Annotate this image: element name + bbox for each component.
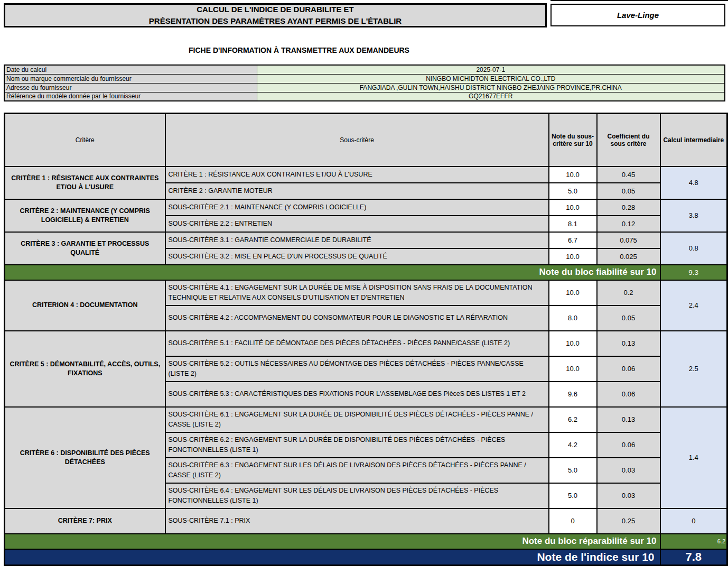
- calcul-intermediaire-cell: 1.4: [660, 407, 727, 508]
- note-cell: 10.0: [549, 356, 597, 382]
- critere-cell: CRITÈRE 1 : RÉSISTANCE AUX CONTRAINTES E…: [5, 166, 165, 199]
- column-header-coefficient: Coefficient du sous critère: [597, 114, 660, 166]
- table-header-row: Critère Sous-critère Note du sous-critèr…: [5, 114, 727, 166]
- total-score-value: 7.8: [660, 549, 727, 566]
- sous-critere-cell: SOUS-CRITÈRE 5.1 : FACILITÉ DE DÉMONTAGE…: [165, 331, 549, 356]
- document-title: CALCUL DE L'INDICE DE DURABILITE ET PRÉS…: [4, 3, 547, 27]
- sous-critere-cell: SOUS-CRITÈRE 6.4 : ENGAGEMENT SUR LES DÉ…: [165, 483, 549, 508]
- info-label-supplier-name: Nom ou marque commerciale du fournisseur: [4, 74, 257, 83]
- note-cell: 9.6: [549, 382, 597, 407]
- coefficient-cell: 0.025: [597, 248, 660, 265]
- critere-cell: CRITÈRE 2 : MAINTENANCE (Y COMPRIS LOGIC…: [5, 199, 165, 232]
- sous-critere-cell: SOUS-CRITÈRE 6.3 : ENGAGEMENT SUR LES DÉ…: [165, 458, 549, 483]
- sous-critere-cell: SOUS-CRITÈRE 6.2 : ENGAGEMENT SUR LA DUR…: [165, 432, 549, 458]
- column-header-note: Note du sous-critère sur 10: [549, 114, 597, 166]
- calcul-intermediaire-cell: 0.8: [660, 232, 727, 265]
- info-value-model-reference: GQ21677EFFR: [257, 92, 725, 101]
- table-row: CRITÈRE 7: PRIXSOUS-CRITÈRE 7.1 : PRIX00…: [5, 508, 727, 534]
- table-row: Date du calcul 2025-07-1: [4, 65, 725, 74]
- criteria-table: Critère Sous-critère Note du sous-critèr…: [4, 113, 728, 566]
- column-header-sous-critere: Sous-critère: [165, 114, 549, 166]
- durability-index-sheet: CALCUL DE L'INDICE DE DURABILITE ET PRÉS…: [0, 0, 728, 583]
- product-type-box: Lave-Linge: [550, 4, 725, 26]
- table-row: CRITÈRE 2 : MAINTENANCE (Y COMPRIS LOGIC…: [5, 199, 727, 216]
- top-right-rule: [550, 0, 728, 1]
- calcul-intermediaire-cell: 0: [660, 508, 727, 534]
- coefficient-cell: 0.2: [597, 280, 660, 306]
- sous-critere-cell: SOUS-CRITÈRE 2.1 : MAINTENANCE (Y COMPRI…: [165, 199, 549, 216]
- calcul-intermediaire-cell: 4.8: [660, 166, 727, 199]
- note-cell: 5.0: [549, 183, 597, 199]
- total-score-row: Note de l'indice sur 107.8: [5, 549, 727, 566]
- note-cell: 8.1: [549, 216, 597, 232]
- sous-critere-cell: SOUS-CRITÈRE 5.3 : CARACTÉRISTIQUES DES …: [165, 382, 549, 407]
- table-row: CRITÈRE 1 : RÉSISTANCE AUX CONTRAINTES E…: [5, 166, 727, 183]
- note-cell: 10.0: [549, 199, 597, 216]
- coefficient-cell: 0.075: [597, 232, 660, 248]
- document-title-line1: CALCUL DE L'INDICE DE DURABILITE ET: [197, 4, 353, 15]
- info-label-supplier-address: Adresse du fournisseur: [4, 83, 257, 92]
- sous-critere-cell: SOUS-CRITÈRE 5.2 : OUTILS NÉCESSAIRES AU…: [165, 356, 549, 382]
- score-band-value: 6.2: [660, 534, 727, 549]
- note-cell: 5.0: [549, 483, 597, 508]
- coefficient-cell: 0.05: [597, 183, 660, 199]
- critere-cell: CRITÈRE 3 : GARANTIE ET PROCESSUS QUALIT…: [5, 232, 165, 265]
- critere-cell: CRITÈRE 6 : DISPONIBILITÉ DES PIÈCES DÉT…: [5, 407, 165, 508]
- sous-critere-cell: CRITÈRE 2 : GARANTIE MOTEUR: [165, 183, 549, 199]
- critere-cell: CRITERION 4 : DOCUMENTATION: [5, 280, 165, 331]
- sous-critere-cell: SOUS-CRITÈRE 3.1 : GARANTIE COMMERCIALE …: [165, 232, 549, 248]
- product-type-label: Lave-Linge: [617, 11, 659, 20]
- note-cell: 6.2: [549, 407, 597, 432]
- critere-cell: CRITÈRE 7: PRIX: [5, 508, 165, 534]
- column-header-calcul: Calcul intermediaire: [660, 114, 727, 166]
- note-cell: 8.0: [549, 306, 597, 331]
- table-row: Adresse du fournisseur FANGJIADA ,GULIN …: [4, 83, 725, 92]
- coefficient-cell: 0.03: [597, 483, 660, 508]
- coefficient-cell: 0.28: [597, 199, 660, 216]
- coefficient-cell: 0.06: [597, 382, 660, 407]
- sous-critere-cell: SOUS-CRITÈRE 3.2 : MISE EN PLACE D'UN PR…: [165, 248, 549, 265]
- main-table-body: CRITÈRE 1 : RÉSISTANCE AUX CONTRAINTES E…: [5, 166, 727, 566]
- note-cell: 10.0: [549, 280, 597, 306]
- score-band-reparabilite: Note du bloc réparabilité sur 106.2: [5, 534, 727, 549]
- sous-critere-cell: SOUS-CRITÈRE 2.2 : ENTRETIEN: [165, 216, 549, 232]
- calcul-intermediaire-cell: 2.4: [660, 280, 727, 331]
- note-cell: 10.0: [549, 331, 597, 356]
- table-row: Nom ou marque commerciale du fournisseur…: [4, 74, 725, 83]
- coefficient-cell: 0.45: [597, 166, 660, 183]
- sous-critere-cell: SOUS-CRITÈRE 6.1 : ENGAGEMENT SUR LA DUR…: [165, 407, 549, 432]
- info-value-date: 2025-07-1: [257, 65, 725, 74]
- sous-critere-cell: SOUS-CRITÈRE 4.2 : ACCOMPAGNEMENT DU CON…: [165, 306, 549, 331]
- score-band-label: Note du bloc fiabilité sur 10: [5, 265, 660, 280]
- calcul-intermediaire-cell: 2.5: [660, 331, 727, 407]
- table-row: CRITÈRE 3 : GARANTIE ET PROCESSUS QUALIT…: [5, 232, 727, 248]
- coefficient-cell: 0.13: [597, 407, 660, 432]
- coefficient-cell: 0.25: [597, 508, 660, 534]
- info-value-supplier-name: NINGBO MICHIDTON ELECTRICAL CO.,LTD: [257, 74, 725, 83]
- critere-cell: CRITÈRE 5 : DÉMONTABILITÉ, ACCÈS, OUTILS…: [5, 331, 165, 407]
- info-value-supplier-address: FANGJIADA ,GULIN TOWN,HAISHU DISTRICT NI…: [257, 83, 725, 92]
- note-cell: 0: [549, 508, 597, 534]
- table-row: CRITÈRE 5 : DÉMONTABILITÉ, ACCÈS, OUTILS…: [5, 331, 727, 356]
- note-cell: 4.2: [549, 432, 597, 458]
- total-score-label: Note de l'indice sur 10: [5, 549, 660, 566]
- sheet-subtitle: FICHE D'INFORMATION À TRANSMETTRE AUX DE…: [0, 46, 598, 54]
- note-cell: 5.0: [549, 458, 597, 483]
- table-row: Référence du modèle donnée par le fourni…: [4, 92, 725, 101]
- supplier-info-table: Date du calcul 2025-07-1 Nom ou marque c…: [4, 64, 725, 101]
- score-band-value: 9.3: [660, 265, 727, 280]
- table-row: CRITÈRE 6 : DISPONIBILITÉ DES PIÈCES DÉT…: [5, 407, 727, 432]
- column-header-critere: Critère: [5, 114, 165, 166]
- sous-critere-cell: CRITÈRE 1 : RÉSISTANCE AUX CONTRAINTES E…: [165, 166, 549, 183]
- document-title-line2: PRÉSENTATION DES PARAMÈTRES AYANT PERMIS…: [149, 15, 402, 27]
- note-cell: 10.0: [549, 166, 597, 183]
- note-cell: 6.7: [549, 232, 597, 248]
- coefficient-cell: 0.12: [597, 216, 660, 232]
- note-cell: 10.0: [549, 248, 597, 265]
- score-band-fiabilite: Note du bloc fiabilité sur 109.3: [5, 265, 727, 280]
- info-label-model-reference: Référence du modèle donnée par le fourni…: [4, 92, 257, 101]
- calcul-intermediaire-cell: 3.8: [660, 199, 727, 232]
- coefficient-cell: 0.13: [597, 331, 660, 356]
- table-row: CRITERION 4 : DOCUMENTATIONSOUS-CRITÈRE …: [5, 280, 727, 306]
- sous-critere-cell: SOUS-CRITÈRE 4.1 : ENGAGEMENT SUR LA DUR…: [165, 280, 549, 306]
